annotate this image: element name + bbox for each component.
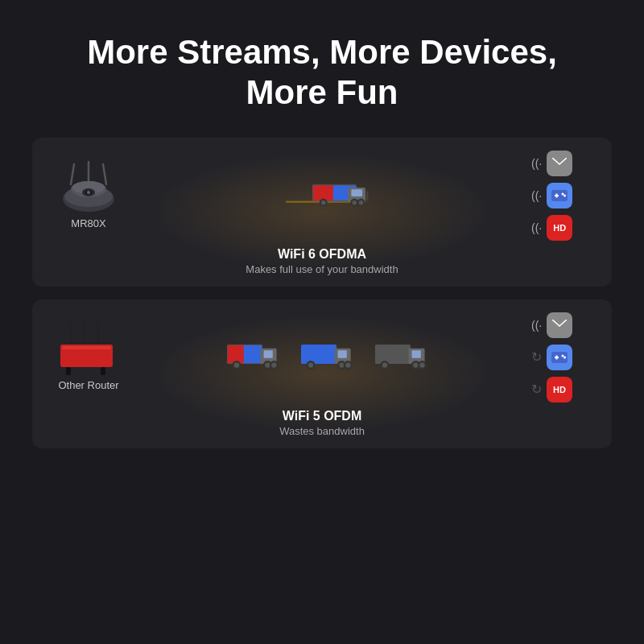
svg-line-0 — [71, 164, 74, 184]
svg-rect-69 — [556, 355, 558, 359]
panel-inner-wifi6: MR80X — [48, 151, 596, 241]
loading-icon-game: ↻ — [531, 349, 542, 365]
svg-rect-26 — [556, 193, 558, 197]
other-router-label: Other Router — [58, 379, 118, 391]
svg-rect-50 — [338, 350, 347, 358]
svg-point-70 — [562, 354, 564, 357]
header: More Streams, More Devices, More Fun — [71, 0, 573, 130]
wifi-signal-game: ((· — [531, 189, 542, 202]
wifi-signal-mail-5: ((· — [531, 319, 542, 332]
mr80x-icon — [56, 162, 121, 214]
device-row-hd-wifi5: ↻ HD — [531, 377, 572, 402]
wifi6-footer: WiFi 6 OFDMA Makes full use of your band… — [48, 241, 596, 279]
svg-point-63 — [413, 362, 418, 367]
svg-line-2 — [103, 164, 106, 184]
svg-point-27 — [562, 192, 564, 195]
wifi-signal-hd: ((· — [531, 221, 542, 234]
svg-rect-59 — [412, 350, 421, 358]
svg-rect-38 — [228, 345, 244, 363]
wifi6-subtitle: Makes full use of your bandwidth — [48, 263, 596, 275]
wifi6-title: WiFi 6 OFDMA — [48, 247, 596, 262]
svg-point-21 — [359, 200, 364, 205]
svg-rect-12 — [313, 185, 333, 200]
svg-rect-35 — [66, 367, 71, 375]
svg-point-43 — [234, 362, 239, 367]
hd-device-icon-5: HD — [547, 377, 572, 402]
svg-rect-15 — [351, 189, 362, 196]
svg-point-19 — [353, 200, 357, 205]
mail-device-icon — [547, 151, 572, 176]
devices-section-wifi5: ((· ↻ — [531, 312, 596, 402]
mr80x-router-section: MR80X — [48, 162, 129, 229]
wifi-signal-mail: ((· — [531, 157, 542, 170]
svg-rect-41 — [264, 350, 273, 358]
svg-rect-34 — [62, 346, 111, 349]
svg-point-17 — [321, 200, 326, 205]
mail-device-icon-5 — [547, 312, 572, 338]
svg-point-65 — [419, 362, 424, 367]
svg-rect-36 — [101, 367, 105, 375]
svg-point-9 — [87, 191, 90, 194]
svg-point-61 — [382, 362, 387, 367]
other-router-section: Other Router — [48, 324, 129, 391]
panel-inner-wifi5: Other Router — [48, 312, 596, 402]
wifi5-subtitle: Wastes bandwidth — [48, 425, 596, 437]
svg-rect-22 — [366, 191, 368, 200]
game-device-icon — [547, 183, 572, 208]
wifi5-title: WiFi 5 OFDM — [48, 409, 596, 423]
truck-section-wifi6 — [137, 171, 523, 220]
panels-container: MR80X — [32, 138, 612, 448]
wifi5-panel: Other Router — [32, 299, 612, 448]
hd-device-icon: HD — [547, 215, 572, 241]
device-row-game-wifi5: ↻ — [531, 345, 572, 370]
main-title: More Streams, More Devices, More Fun — [87, 32, 557, 114]
wifi5-footer: WiFi 5 OFDM Wastes bandwidth — [48, 402, 596, 440]
device-row-mail-wifi6: ((· — [531, 151, 572, 176]
game-device-icon-5 — [547, 345, 572, 370]
device-row-game-wifi6: ((· — [531, 183, 572, 208]
loading-icon-hd: ↻ — [531, 382, 542, 397]
svg-point-71 — [564, 356, 566, 358]
svg-rect-48 — [301, 345, 336, 364]
svg-point-28 — [564, 194, 566, 196]
device-row-mail-wifi5: ((· — [531, 312, 572, 338]
other-router-icon — [56, 324, 121, 376]
small-truck-1 — [224, 337, 288, 378]
svg-point-56 — [345, 362, 350, 367]
svg-rect-39 — [244, 345, 262, 363]
wifi6-panel: MR80X — [32, 138, 612, 287]
device-row-hd-wifi6: ((· HD — [531, 215, 572, 241]
svg-rect-57 — [375, 345, 411, 364]
svg-point-54 — [339, 362, 344, 367]
svg-point-45 — [265, 362, 270, 367]
truck-section-wifi5 — [137, 337, 523, 378]
mr80x-label: MR80X — [71, 217, 105, 229]
devices-section-wifi6: ((· ((· — [531, 151, 596, 241]
small-truck-3 — [372, 337, 436, 378]
big-truck-icon — [286, 171, 374, 220]
small-truck-2 — [298, 337, 362, 378]
svg-point-52 — [308, 362, 313, 367]
svg-point-47 — [271, 362, 276, 367]
